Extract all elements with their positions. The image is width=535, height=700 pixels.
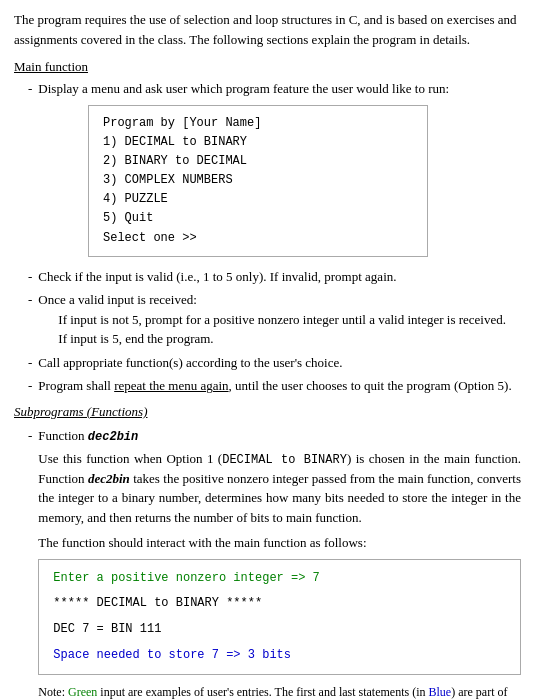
dec2bin-note: Note: Green input are examples of user's… [38, 683, 521, 700]
dash-1: - [28, 79, 32, 99]
main-function-section: Main function - Display a menu and ask u… [14, 59, 521, 396]
func-dec2bin-label: Function dec2bin [38, 426, 521, 446]
func-dec2bin-interaction-intro: The function should interact with the ma… [38, 533, 521, 553]
intro-paragraph: The program requires the use of selectio… [14, 10, 521, 49]
menu-line-7: Select one >> [103, 229, 413, 248]
func-dec2bin-block: - Function dec2bin Use this function whe… [28, 426, 521, 700]
main-function-bullets: - Display a menu and ask user which prog… [28, 79, 521, 396]
note-green-label: Green [68, 685, 97, 699]
func-dec2bin-name: dec2bin [88, 430, 138, 444]
func-dec2bin-content: Function dec2bin Use this function when … [38, 426, 521, 700]
menu-line-3: 2) BINARY to DECIMAL [103, 152, 413, 171]
bullet-item-check-input: - Check if the input is valid (i.e., 1 t… [28, 267, 521, 287]
func-dec2bin-inline: dec2bin [88, 471, 130, 486]
dec2bin-code-box: Enter a positive nonzero integer => 7 **… [38, 559, 521, 675]
dash-2: - [28, 267, 32, 287]
menu-line-4: 3) COMPLEX NUMBERS [103, 171, 413, 190]
sub-bullet-2: If input is 5, end the program. [58, 329, 506, 349]
note-blue-label: Blue [429, 685, 452, 699]
code-line-blue-1: Space needed to store 7 => 3 bits [53, 645, 506, 667]
menu-code-box: Program by [Your Name] 1) DECIMAL to BIN… [88, 105, 428, 257]
dash-f1: - [28, 426, 32, 700]
func-dec2bin-name-item: - Function dec2bin Use this function whe… [28, 426, 521, 700]
bullet-item-display-menu: - Display a menu and ask user which prog… [28, 79, 521, 99]
bullet-text-1: Display a menu and ask user which progra… [38, 79, 449, 99]
code-line-black-2: DEC 7 = BIN 111 [53, 619, 506, 641]
subprograms-heading: Subprograms (Functions) [14, 404, 521, 420]
code-line-green-1: Enter a positive nonzero integer => 7 [53, 568, 506, 590]
underline-repeat: repeat the menu again [114, 378, 228, 393]
sub-bullet-1: If input is not 5, prompt for a positive… [58, 310, 506, 330]
dash-4: - [28, 353, 32, 373]
menu-line-2: 1) DECIMAL to BINARY [103, 133, 413, 152]
code-line-black-1: ***** DECIMAL to BINARY ***** [53, 593, 506, 615]
bullet-item-repeat-menu: - Program shall repeat the menu again, u… [28, 376, 521, 396]
bullet-text-2: Check if the input is valid (i.e., 1 to … [38, 267, 396, 287]
option1-code: DECIMAL to BINARY [222, 453, 347, 467]
menu-line-6: 5) Quit [103, 209, 413, 228]
dash-3: - [28, 290, 32, 349]
bullet-item-call-function: - Call appropriate function(s) according… [28, 353, 521, 373]
main-function-heading: Main function [14, 59, 521, 75]
dash-5: - [28, 376, 32, 396]
menu-line-1: Program by [Your Name] [103, 114, 413, 133]
bullet-text-3: Once a valid input is received: If input… [38, 290, 506, 349]
bullet-item-valid-input: - Once a valid input is received: If inp… [28, 290, 521, 349]
bullet-text-5: Program shall repeat the menu again, unt… [38, 376, 511, 396]
func-dec2bin-desc: Use this function when Option 1 (DECIMAL… [38, 449, 521, 528]
subprograms-section: Subprograms (Functions) - Function dec2b… [14, 404, 521, 700]
bullet-text-4: Call appropriate function(s) according t… [38, 353, 342, 373]
menu-line-5: 4) PUZZLE [103, 190, 413, 209]
